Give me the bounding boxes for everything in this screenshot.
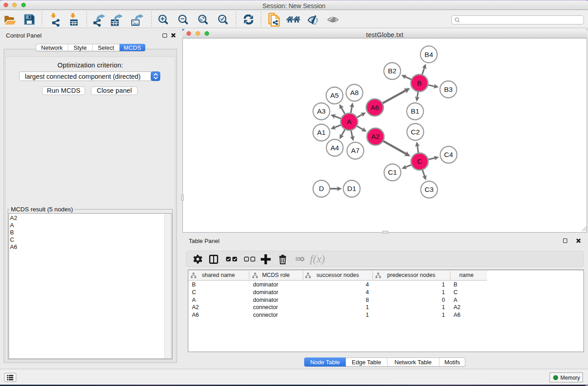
svg-text:A6: A6	[371, 104, 379, 111]
svg-text:A: A	[347, 118, 352, 125]
svg-text:C1: C1	[388, 168, 397, 176]
svg-text:B1: B1	[411, 107, 420, 115]
svg-text:B2: B2	[388, 67, 397, 75]
svg-text:B: B	[417, 79, 421, 87]
svg-text:C3: C3	[425, 186, 434, 193]
svg-text:C2: C2	[411, 128, 420, 136]
svg-text:C: C	[417, 157, 422, 165]
svg-text:D1: D1	[347, 185, 356, 192]
svg-text:A1: A1	[317, 129, 326, 136]
svg-text:B3: B3	[444, 86, 453, 93]
svg-text:A7: A7	[351, 147, 360, 154]
svg-text:A5: A5	[330, 91, 339, 99]
svg-text:B4: B4	[425, 51, 433, 58]
svg-text:D: D	[319, 185, 324, 192]
svg-text:A4: A4	[330, 144, 339, 152]
svg-text:C4: C4	[444, 151, 453, 158]
svg-text:A3: A3	[317, 107, 326, 115]
svg-text:A8: A8	[350, 89, 359, 96]
svg-text:A2: A2	[371, 133, 380, 140]
